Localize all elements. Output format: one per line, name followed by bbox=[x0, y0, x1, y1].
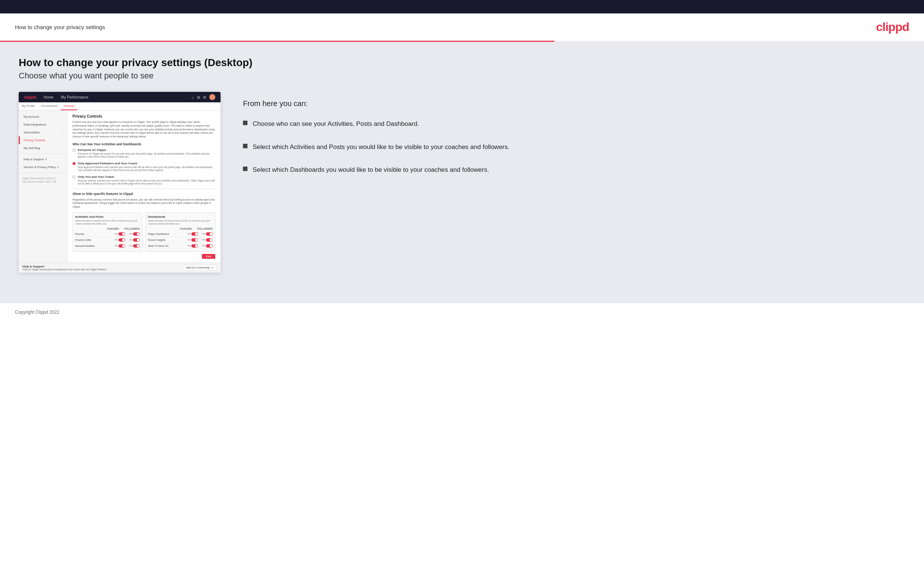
practice-drills-toggles: ON ON bbox=[115, 238, 140, 242]
mock-sidebar-my-account[interactable]: My Account › bbox=[19, 113, 67, 121]
mock-sidebar-data-integrations[interactable]: Data Integrations › bbox=[19, 121, 67, 129]
practice-coaches-toggle[interactable]: ON bbox=[115, 238, 125, 242]
radio-only-you[interactable]: Only You and Your Coach Only you and the… bbox=[73, 175, 215, 185]
what-to-work-on-label: What To Work On bbox=[148, 245, 187, 247]
dashboards-toggle-header: COACHES FOLLOWERS bbox=[148, 227, 213, 230]
mock-sidebar-privacy-controls-label: Privacy Controls bbox=[24, 139, 45, 142]
save-row: Save bbox=[73, 254, 215, 259]
player-dashboard-row: Player Dashboard ON ON bbox=[148, 231, 213, 237]
rounds-followers-switch[interactable] bbox=[133, 232, 140, 236]
practice-followers-toggle[interactable]: ON bbox=[129, 238, 140, 242]
round-insights-toggles: ON ON bbox=[187, 238, 213, 242]
top-bar bbox=[0, 0, 924, 13]
logo: clippd bbox=[876, 20, 909, 34]
player-coaches-switch[interactable] bbox=[191, 232, 198, 236]
radio-everyone[interactable]: Everyone on Clippd Everyone on Clippd ca… bbox=[73, 148, 215, 159]
radio-followers-desc: Only approved followers and coaches you … bbox=[78, 166, 215, 172]
insights-followers-switch[interactable] bbox=[206, 238, 213, 242]
main-content: How to change your privacy settings (Des… bbox=[0, 42, 924, 303]
activities-toggle-header: COACHES FOLLOWERS bbox=[75, 227, 140, 230]
search-icon: ⌕ bbox=[192, 95, 194, 99]
radio-only-you-text: Only You and Your Coach Only you and the… bbox=[78, 175, 215, 185]
activities-posts-title: Activities and Posts bbox=[75, 215, 140, 219]
work-followers-toggle[interactable]: ON bbox=[202, 244, 213, 248]
work-coaches-switch[interactable] bbox=[191, 244, 198, 248]
player-followers-toggle[interactable]: ON bbox=[202, 232, 213, 236]
mock-sidebar-help-support[interactable]: Help & Support ↗ bbox=[19, 155, 67, 163]
avatar bbox=[209, 94, 215, 100]
bullet-text-1: Choose who can see your Activities, Post… bbox=[253, 119, 419, 129]
mock-sidebar-my-account-label: My Account bbox=[24, 115, 39, 118]
work-coaches-toggle[interactable]: ON bbox=[187, 244, 198, 248]
mock-sidebar-privacy-controls[interactable]: Privacy Controls › bbox=[19, 136, 67, 144]
mock-sidebar: My Account › Data Integrations › Subscri… bbox=[19, 111, 67, 263]
bullet-item-3: Select which Dashboards you would like t… bbox=[243, 165, 905, 175]
mock-nav-performance: My Performance bbox=[61, 95, 88, 99]
mock-tabs-row: My Profile Connections Settings bbox=[19, 102, 221, 111]
insights-followers-toggle[interactable]: ON bbox=[202, 238, 213, 242]
chevron-right-icon: › bbox=[62, 115, 63, 118]
mock-body: My Account › Data Integrations › Subscri… bbox=[19, 111, 221, 263]
mock-tab-settings[interactable]: Settings bbox=[61, 102, 78, 110]
manual-coaches-toggle[interactable]: ON bbox=[115, 244, 125, 248]
practice-coaches-switch[interactable] bbox=[118, 238, 125, 242]
mock-tab-profile[interactable]: My Profile bbox=[19, 102, 38, 110]
rounds-coaches-switch[interactable] bbox=[118, 232, 125, 236]
radio-only-you-input[interactable] bbox=[73, 176, 76, 179]
dashboards-followers-col-label: FOLLOWERS bbox=[197, 227, 213, 230]
radio-group: Everyone on Clippd Everyone on Clippd ca… bbox=[73, 148, 215, 185]
radio-everyone-input[interactable] bbox=[73, 148, 76, 152]
save-button[interactable]: Save bbox=[202, 254, 215, 259]
mock-help-bar: Help & Support Visit our Clippd communit… bbox=[19, 263, 221, 272]
mock-help-desc: Visit our Clippd community to troublesho… bbox=[23, 268, 107, 271]
mock-logo: clippd bbox=[24, 95, 36, 99]
manual-activities-row: Manual Activities ON ON bbox=[75, 243, 140, 249]
manual-followers-switch[interactable] bbox=[133, 244, 140, 248]
insights-coaches-switch[interactable] bbox=[191, 238, 198, 242]
radio-followers[interactable]: Only Approved Followers and Your Coach O… bbox=[73, 162, 215, 172]
visit-community-button[interactable]: Visit Our Community ↗ bbox=[183, 265, 217, 271]
manual-activities-toggles: ON ON bbox=[115, 244, 140, 248]
radio-everyone-label: Everyone on Clippd bbox=[78, 148, 215, 152]
player-followers-switch[interactable] bbox=[206, 232, 213, 236]
mock-help-title: Help & Support bbox=[23, 265, 107, 268]
bullet-square-3 bbox=[243, 166, 247, 171]
dashboards-coaches-col-label: COACHES bbox=[180, 227, 192, 230]
bullet-item-1: Choose who can see your Activities, Post… bbox=[243, 119, 905, 129]
show-hide-title: Show or hide specific features in Clippd bbox=[73, 192, 215, 196]
mock-sidebar-my-golf-bag[interactable]: My Golf Bag › bbox=[19, 144, 67, 152]
footer-text: Copyright Clippd 2022 bbox=[15, 309, 60, 315]
rounds-followers-toggle[interactable]: ON bbox=[129, 232, 140, 236]
privacy-controls-title: Privacy Controls bbox=[73, 114, 215, 118]
dashboards-title: Dashboards bbox=[148, 215, 213, 219]
info-column: From here you can: Choose who can see yo… bbox=[243, 92, 905, 188]
rounds-label: Rounds bbox=[75, 233, 115, 235]
manual-coaches-switch[interactable] bbox=[118, 244, 125, 248]
player-coaches-toggle[interactable]: ON bbox=[187, 232, 198, 236]
mock-tab-connections[interactable]: Connections bbox=[38, 102, 61, 110]
settings-icon: ⚙ bbox=[203, 95, 206, 99]
coaches-col-label: COACHES bbox=[107, 227, 119, 230]
player-dashboard-label: Player Dashboard bbox=[148, 233, 187, 235]
radio-everyone-text: Everyone on Clippd Everyone on Clippd ca… bbox=[78, 148, 215, 159]
two-column-layout: clippd Home My Performance ⌕ ⊞ ⚙ My Prof… bbox=[19, 92, 905, 272]
practice-followers-switch[interactable] bbox=[133, 238, 140, 242]
bullet-item-2: Select which Activities and Posts you wo… bbox=[243, 142, 905, 152]
radio-followers-input[interactable] bbox=[73, 162, 76, 165]
work-followers-switch[interactable] bbox=[206, 244, 213, 248]
insights-coaches-toggle[interactable]: ON bbox=[187, 238, 198, 242]
rounds-coaches-toggle[interactable]: ON bbox=[115, 232, 125, 236]
sidebar-divider bbox=[19, 153, 67, 154]
mock-sidebar-service-privacy[interactable]: Service & Privacy Policy ↗ bbox=[19, 163, 67, 171]
from-here-title: From here you can: bbox=[243, 99, 905, 108]
mock-sidebar-subscription[interactable]: Subscription › bbox=[19, 129, 67, 136]
manual-followers-toggle[interactable]: ON bbox=[129, 244, 140, 248]
page-title: How to change your privacy settings (Des… bbox=[19, 57, 905, 69]
chevron-right-icon: › bbox=[62, 131, 63, 134]
dashboards-desc: Select the types of activity that you'd … bbox=[148, 219, 213, 226]
chevron-right-icon: › bbox=[62, 139, 63, 142]
mock-navbar: clippd Home My Performance ⌕ ⊞ ⚙ bbox=[19, 92, 221, 102]
show-hide-desc: Regardless of the privacy controls that … bbox=[73, 198, 215, 209]
header: How to change your privacy settings clip… bbox=[0, 13, 924, 41]
mock-help-text: Help & Support Visit our Clippd communit… bbox=[23, 265, 107, 271]
